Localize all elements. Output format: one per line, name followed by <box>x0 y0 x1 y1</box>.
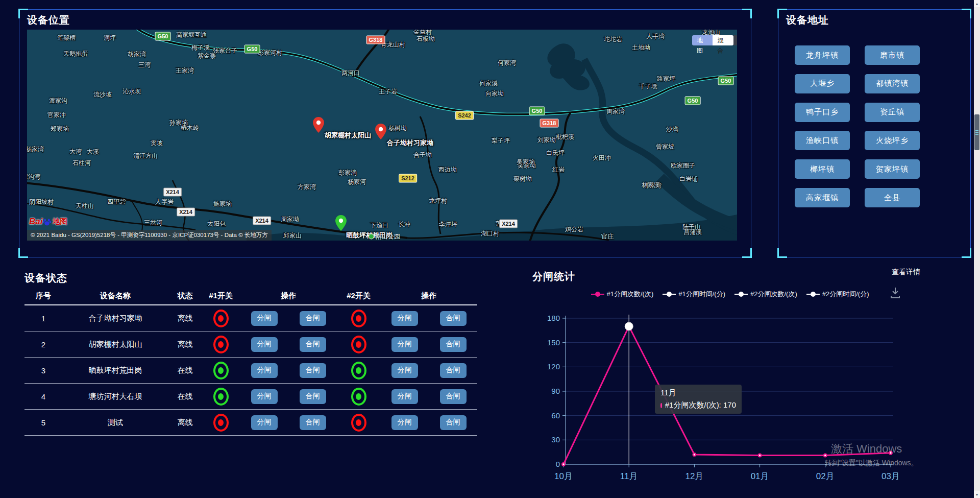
address-button[interactable]: 贺家坪镇 <box>865 159 920 179</box>
switch1-indicator <box>202 362 240 380</box>
switch1-indicator <box>202 336 240 353</box>
legend-item[interactable]: #2分闸时间/(分) <box>806 290 869 299</box>
switch2-indicator <box>337 388 380 406</box>
map-type-toggle[interactable]: 地图 混合 <box>692 35 737 45</box>
scroll-up-arrow[interactable]: ▲ <box>974 0 980 7</box>
scroll-down-arrow[interactable]: ▼ <box>974 491 980 498</box>
close-switch2-button[interactable]: 合闸 <box>429 363 477 378</box>
table-row: 2胡家棚村太阳山离线分闸合闸分闸合闸 <box>24 331 477 358</box>
open-switch2-button[interactable]: 分闸 <box>380 389 429 404</box>
page-scrollbar[interactable]: ▲ ▼ <box>974 0 980 498</box>
address-button[interactable]: 龙舟坪镇 <box>795 45 850 65</box>
map-attribution: © 2021 Baidu - GS(2019)5218号 - 甲测资字11009… <box>27 230 272 241</box>
map-pin-label: 合子坳村习家坳 <box>387 138 433 148</box>
address-button[interactable]: 全县 <box>865 188 920 207</box>
close-switch2-button[interactable]: 合闸 <box>429 415 477 430</box>
open-switch2-button[interactable]: 分闸 <box>380 337 429 352</box>
device-status: 离线 <box>168 340 202 349</box>
map-type-map[interactable]: 地图 <box>692 35 713 45</box>
address-button[interactable]: 鸭子口乡 <box>795 103 850 122</box>
map-type-more[interactable] <box>733 35 737 45</box>
address-button[interactable]: 大堰乡 <box>795 74 850 93</box>
chart-tooltip: 11月 #1分闸次数/(次): 170 <box>655 385 742 414</box>
table-row: 4塘坊河村大石坝在线分闸合闸分闸合闸 <box>24 384 477 410</box>
address-button[interactable]: 渔峡口镇 <box>795 131 850 150</box>
switch2-indicator <box>337 414 380 432</box>
legend-item[interactable]: #1分闸次数/(次) <box>591 290 654 299</box>
baidu-map[interactable]: 笔架槽洞坪天鹅抱蛋胡家湾高家堰互通梅子溪紫金寨张家台子彭家河村三湾流沙坡沁水坝王… <box>27 30 737 241</box>
open-switch1-button[interactable]: 分闸 <box>240 363 288 378</box>
switch2-indicator <box>337 362 380 380</box>
park-poi: 南山公园 <box>369 232 400 241</box>
row-index: 3 <box>24 366 62 375</box>
close-switch1-button[interactable]: 合闸 <box>288 389 337 404</box>
chart-legend: #1分闸次数/(次)#1分闸时间/(分)#2分闸次数/(次)#2分闸时间/(分) <box>531 290 929 299</box>
address-button[interactable]: 都镇湾镇 <box>865 74 920 93</box>
close-switch1-button[interactable]: 合闸 <box>288 415 337 430</box>
row-index: 5 <box>24 418 62 427</box>
close-switch1-button[interactable]: 合闸 <box>288 337 337 352</box>
road-shield-x214: X214 <box>177 208 195 217</box>
map-device-pin[interactable] <box>313 117 324 135</box>
row-index: 1 <box>24 314 62 323</box>
address-button[interactable]: 榔坪镇 <box>795 159 850 179</box>
address-button[interactable]: 火烧坪乡 <box>865 131 920 150</box>
open-switch1-button[interactable]: 分闸 <box>240 311 288 326</box>
open-switch1-button[interactable]: 分闸 <box>240 337 288 352</box>
svg-text:120: 120 <box>547 362 560 371</box>
legend-item[interactable]: #1分闸时间/(分) <box>663 290 725 299</box>
road-shield-g50: G50 <box>718 77 734 85</box>
road-shield-x214: X214 <box>163 188 182 197</box>
map-pin-label: 胡家棚村太阳山 <box>325 131 371 140</box>
open-switch1-button[interactable]: 分闸 <box>240 415 288 430</box>
device-name: 测试 <box>62 418 168 428</box>
corner-decoration <box>742 9 752 18</box>
map-type-hybrid[interactable]: 混合 <box>713 35 733 45</box>
baidu-logo: Bai 地图 <box>29 217 67 227</box>
svg-text:90: 90 <box>551 387 560 395</box>
park-icon <box>369 234 374 240</box>
row-index: 2 <box>24 340 62 349</box>
road-shield-g50: G50 <box>244 45 260 54</box>
row-index: 4 <box>24 392 62 401</box>
table-header-cell: 操作 <box>240 291 337 301</box>
table-header-cell: 操作 <box>380 291 477 301</box>
device-location-panel: 设备位置 笔架槽洞坪天鹅抱蛋胡家湾高家堰互 <box>19 9 751 257</box>
windows-activation-watermark: 激活 Windows <box>831 441 902 457</box>
road-shield-g318: G318 <box>540 119 559 128</box>
table-row: 5测试离线分闸合闸分闸合闸 <box>24 410 477 436</box>
map-device-pin[interactable] <box>375 124 386 141</box>
scrollbar-thumb[interactable] <box>974 114 979 150</box>
close-switch1-button[interactable]: 合闸 <box>288 311 337 326</box>
device-name: 合子坳村习家坳 <box>62 314 168 323</box>
close-switch2-button[interactable]: 合闸 <box>429 337 477 352</box>
close-switch2-button[interactable]: 合闸 <box>429 311 477 326</box>
svg-text:03月: 03月 <box>881 471 900 481</box>
svg-text:30: 30 <box>551 435 560 444</box>
close-switch2-button[interactable]: 合闸 <box>429 389 477 404</box>
table-header-cell: #1开关 <box>202 291 240 301</box>
switch2-indicator <box>337 336 380 353</box>
switch1-indicator <box>202 388 240 406</box>
open-switch2-button[interactable]: 分闸 <box>380 363 429 378</box>
close-switch1-button[interactable]: 合闸 <box>288 363 337 378</box>
open-switch2-button[interactable]: 分闸 <box>380 415 429 430</box>
map-device-pin[interactable] <box>335 215 347 233</box>
road-shield-s242: S242 <box>455 111 474 120</box>
address-button[interactable]: 高家堰镇 <box>795 188 850 207</box>
corner-decoration <box>777 248 787 258</box>
svg-text:10月: 10月 <box>554 471 573 481</box>
stats-title: 分闸统计 <box>532 270 575 283</box>
open-switch2-button[interactable]: 分闸 <box>380 311 429 326</box>
table-header-cell: 状态 <box>168 291 202 301</box>
corner-decoration <box>742 248 752 258</box>
svg-text:0: 0 <box>556 460 560 468</box>
svg-text:180: 180 <box>547 314 560 322</box>
device-name: 晒鼓坪村荒田岗 <box>62 366 168 375</box>
address-button[interactable]: 磨市镇 <box>865 45 920 65</box>
legend-item[interactable]: #2分闸次数/(次) <box>734 290 797 299</box>
series-dot-icon <box>660 403 662 408</box>
view-details-link[interactable]: 查看详情 <box>892 268 920 277</box>
address-button[interactable]: 资丘镇 <box>865 103 920 122</box>
open-switch1-button[interactable]: 分闸 <box>240 389 288 404</box>
